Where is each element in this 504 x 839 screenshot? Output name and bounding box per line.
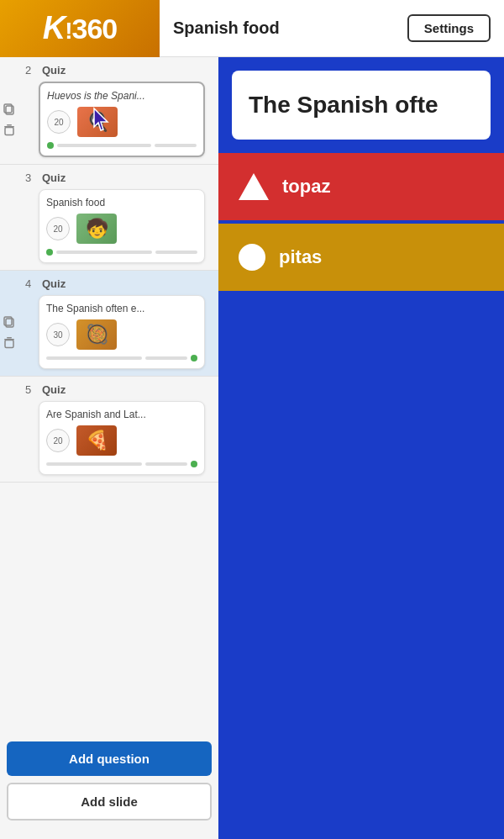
progress-bar-4 [46, 356, 142, 360]
quiz-card-area-4: 4 Quiz The Spanish often e... 30 🥘 [18, 277, 212, 369]
progress-bar-5b [145, 462, 187, 466]
quiz-card-area-3: 3 Quiz Spanish food 20 🧒 [18, 171, 212, 263]
quiz-card-row-3: 20 🧒 [46, 214, 197, 244]
copy-icon-4[interactable] [2, 314, 17, 330]
quiz-item-header-3: 3 Quiz [18, 171, 212, 184]
spacer-5 [0, 383, 18, 475]
thumb-3: 🧒 [76, 214, 117, 244]
add-slide-button[interactable]: Add slide [7, 783, 212, 821]
header-center: Spanish food Settings [160, 14, 504, 42]
svg-rect-8 [7, 337, 12, 339]
logo-text: K!360 [43, 10, 118, 46]
logo: K!360 [0, 0, 160, 57]
triangle-icon [239, 173, 269, 200]
answer-2-text: pitas [279, 246, 322, 268]
svg-rect-3 [7, 124, 12, 126]
progress-bar-5 [46, 462, 142, 466]
progress-bar-4b [145, 356, 187, 360]
progress-bar-3b [155, 251, 197, 254]
sidebar-item-3[interactable]: 3 Quiz Spanish food 20 🧒 [0, 165, 218, 271]
progress-row-2 [47, 142, 197, 149]
sidebar-item-4[interactable]: 4 Quiz The Spanish often e... 30 🥘 [0, 271, 218, 377]
preview-answers: topaz pitas [218, 153, 504, 839]
answer-1[interactable]: topaz [218, 153, 504, 220]
spacer-3 [0, 171, 18, 263]
sidebar: 2 Quiz Huevos is the Spani... 20 🍳 [0, 57, 218, 839]
progress-bar-3 [56, 251, 152, 254]
progress-row-4 [46, 355, 197, 361]
copy-icon-2[interactable] [2, 102, 17, 117]
thumb-4: 🥘 [76, 319, 117, 350]
svg-rect-4 [5, 127, 13, 135]
progress-dot-5 [191, 461, 197, 467]
quiz-card-row-5: 20 🍕 [46, 425, 197, 456]
thumb-2: 🍳 [77, 107, 118, 137]
progress-dot-3 [46, 249, 53, 256]
quiz-item-wrapper-2: 2 Quiz Huevos is the Spani... 20 🍳 [0, 64, 212, 157]
quiz-card-4[interactable]: The Spanish often e... 30 🥘 [39, 295, 205, 369]
delete-icon-2[interactable] [2, 122, 17, 137]
quiz-card-area-5: 5 Quiz Are Spanish and Lat... 20 🍕 [18, 383, 212, 475]
answer-2[interactable]: pitas [218, 224, 504, 291]
sidebar-bottom: Add question Add slide [0, 731, 218, 831]
quiz-card-row-4: 30 🥘 [46, 319, 197, 350]
delete-icon-4[interactable] [2, 335, 17, 350]
circle-icon [239, 244, 265, 271]
progress-dot-2 [47, 142, 54, 149]
add-question-button[interactable]: Add question [7, 741, 212, 776]
progress-dot-4 [191, 355, 197, 361]
thumb-5: 🍕 [76, 425, 117, 456]
quiz-item-header-4: 4 Quiz [18, 277, 212, 290]
quiz-card-area-2: 2 Quiz Huevos is the Spani... 20 🍳 [18, 64, 212, 157]
settings-button[interactable]: Settings [407, 14, 491, 42]
progress-row-5 [46, 461, 197, 467]
page-title: Spanish food [173, 18, 280, 38]
main-layout: 2 Quiz Huevos is the Spani... 20 🍳 [0, 57, 504, 839]
quiz-item-header-2: 2 Quiz [18, 64, 212, 77]
quiz-card-2[interactable]: Huevos is the Spani... 20 🍳 [39, 82, 205, 157]
quiz-item-wrapper-5: 5 Quiz Are Spanish and Lat... 20 🍕 [0, 383, 212, 475]
points-3: 20 [46, 217, 70, 240]
preview-area: The Spanish ofte topaz pitas [218, 57, 504, 839]
item-actions-4 [0, 277, 18, 369]
quiz-card-5[interactable]: Are Spanish and Lat... 20 🍕 [39, 401, 205, 475]
quiz-item-header-5: 5 Quiz [18, 383, 212, 396]
quiz-card-3[interactable]: Spanish food 20 🧒 [39, 189, 205, 263]
quiz-item-wrapper-3: 3 Quiz Spanish food 20 🧒 [0, 171, 212, 263]
quiz-card-row-2: 20 🍳 [47, 107, 197, 137]
quiz-item-wrapper-4: 4 Quiz The Spanish often e... 30 🥘 [0, 277, 212, 369]
progress-bar-2 [57, 144, 151, 147]
progress-row-3 [46, 249, 197, 256]
preview-question-box: The Spanish ofte [232, 71, 491, 140]
app-header: K!360 Spanish food Settings [0, 0, 504, 57]
item-actions-2 [0, 64, 18, 157]
answer-1-text: topaz [282, 176, 330, 198]
sidebar-item-2[interactable]: 2 Quiz Huevos is the Spani... 20 🍳 [0, 57, 218, 165]
svg-rect-9 [5, 340, 13, 347]
points-4: 30 [46, 323, 70, 346]
preview-question-text: The Spanish ofte [249, 91, 438, 119]
sidebar-item-5[interactable]: 5 Quiz Are Spanish and Lat... 20 🍕 [0, 377, 218, 483]
progress-bar-2b [155, 144, 197, 147]
points-5: 20 [46, 429, 70, 452]
points-2: 20 [47, 110, 71, 134]
